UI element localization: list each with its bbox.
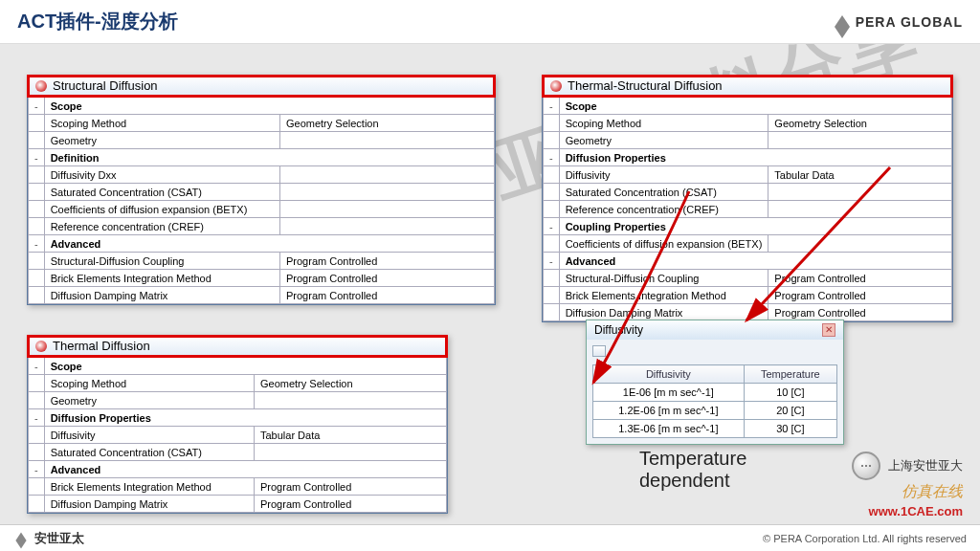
property-row[interactable]: Coefficients of diffusion expansion (BET… — [29, 201, 495, 218]
property-name[interactable]: Diffusion Damping Matrix — [559, 304, 768, 321]
property-name[interactable]: Reference concentration (CREF) — [559, 201, 768, 218]
property-row[interactable]: Structural-Diffusion CouplingProgram Con… — [29, 253, 495, 270]
property-name[interactable]: Geometry — [44, 392, 254, 409]
property-name[interactable]: Scoping Method — [44, 375, 254, 392]
property-value[interactable]: Program Controlled — [768, 287, 952, 304]
property-value[interactable]: Program Controlled — [279, 287, 494, 304]
property-row[interactable]: -Advanced — [29, 461, 447, 478]
property-name[interactable]: Structural-Diffusion Coupling — [559, 270, 768, 287]
property-grid[interactable]: -ScopeScoping MethodGeometry SelectionGe… — [543, 97, 952, 321]
property-name[interactable]: Scope — [559, 98, 951, 115]
close-icon[interactable]: ✕ — [822, 323, 835, 337]
property-name[interactable]: Coupling Properties — [559, 218, 951, 235]
property-value[interactable]: Program Controlled — [279, 270, 494, 287]
property-row[interactable]: Brick Elements Integration MethodProgram… — [544, 287, 952, 304]
property-value[interactable] — [279, 166, 494, 184]
property-value[interactable] — [768, 132, 952, 149]
property-name[interactable]: Brick Elements Integration Method — [559, 287, 768, 304]
property-row[interactable]: Saturated Concentration (CSAT) — [544, 184, 952, 201]
property-row[interactable]: Scoping MethodGeometry Selection — [29, 115, 495, 132]
toolbar-icon[interactable] — [592, 345, 606, 357]
property-name[interactable]: Diffusion Properties — [44, 409, 446, 427]
property-value[interactable] — [279, 132, 494, 149]
property-row[interactable]: Geometry — [29, 392, 447, 409]
property-name[interactable]: Brick Elements Integration Method — [44, 478, 254, 496]
property-value[interactable] — [254, 444, 446, 461]
property-row[interactable]: Structural-Diffusion CouplingProgram Con… — [544, 270, 952, 287]
property-row[interactable]: Geometry — [29, 132, 495, 149]
property-value[interactable] — [279, 218, 494, 235]
property-name[interactable]: Scope — [44, 358, 446, 375]
property-row[interactable]: Scoping MethodGeometry Selection — [544, 115, 952, 132]
property-value[interactable] — [768, 184, 952, 201]
property-value[interactable] — [768, 235, 952, 253]
property-grid[interactable]: -ScopeScoping MethodGeometry SelectionGe… — [28, 97, 495, 304]
panel-title[interactable]: Thermal-Structural Diffusion — [543, 76, 952, 97]
property-value[interactable]: Program Controlled — [254, 496, 446, 513]
property-row[interactable]: Diffusion Damping MatrixProgram Controll… — [29, 287, 495, 304]
property-value[interactable] — [279, 201, 494, 218]
property-name[interactable]: Coefficients of diffusion expansion (BET… — [44, 201, 279, 218]
property-name[interactable]: Diffusivity Dxx — [44, 166, 279, 184]
property-name[interactable]: Saturated Concentration (CSAT) — [44, 444, 254, 461]
col-temperature[interactable]: Temperature — [744, 365, 836, 384]
tree-toggle[interactable]: - — [544, 98, 560, 115]
property-name[interactable]: Scoping Method — [559, 115, 768, 132]
property-value[interactable] — [768, 201, 952, 218]
property-value[interactable]: Program Controlled — [768, 270, 952, 287]
property-name[interactable]: Advanced — [559, 253, 951, 270]
panel-title[interactable]: Structural Diffusion — [28, 76, 495, 97]
property-value[interactable]: Geometry Selection — [279, 115, 494, 132]
property-value[interactable]: Program Controlled — [254, 478, 446, 496]
property-value[interactable]: Program Controlled — [768, 304, 952, 321]
property-row[interactable]: Coefficients of diffusion expansion (BET… — [544, 235, 952, 253]
table-cell[interactable]: 1.3E-06 [m m sec^-1] — [593, 420, 745, 438]
property-value[interactable]: Tabular Data — [768, 166, 952, 184]
property-row[interactable]: -Definition — [29, 149, 495, 166]
table-row[interactable]: 1E-06 [m m sec^-1]10 [C] — [593, 384, 837, 402]
property-row[interactable]: DiffusivityTabular Data — [544, 166, 952, 184]
property-name[interactable]: Scoping Method — [44, 115, 279, 132]
popup-titlebar[interactable]: Diffusivity ✕ — [587, 320, 843, 340]
property-name[interactable]: Advanced — [44, 235, 494, 253]
property-name[interactable]: Structural-Diffusion Coupling — [44, 253, 279, 270]
property-name[interactable]: Coefficients of diffusion expansion (BET… — [559, 235, 768, 253]
table-cell[interactable]: 10 [C] — [744, 384, 836, 402]
property-name[interactable]: Definition — [44, 149, 494, 166]
property-row[interactable]: -Advanced — [29, 235, 495, 253]
property-row[interactable]: Brick Elements Integration MethodProgram… — [29, 478, 447, 496]
property-name[interactable]: Diffusion Damping Matrix — [44, 496, 254, 513]
property-name[interactable]: Diffusion Damping Matrix — [44, 287, 279, 304]
property-name[interactable]: Reference concentration (CREF) — [44, 218, 279, 235]
property-value[interactable]: Program Controlled — [279, 253, 494, 270]
property-row[interactable]: DiffusivityTabular Data — [29, 427, 447, 444]
property-row[interactable]: Diffusion Damping MatrixProgram Controll… — [29, 496, 447, 513]
property-name[interactable]: Diffusivity — [44, 427, 254, 444]
tree-toggle[interactable]: - — [29, 409, 45, 427]
property-name[interactable]: Saturated Concentration (CSAT) — [559, 184, 768, 201]
tree-toggle[interactable]: - — [29, 149, 45, 166]
property-row[interactable]: Diffusivity Dxx — [29, 166, 495, 184]
property-name[interactable]: Scope — [44, 98, 494, 115]
tree-toggle[interactable]: - — [544, 253, 560, 270]
diffusivity-table[interactable]: Diffusivity Temperature 1E-06 [m m sec^-… — [592, 364, 837, 438]
property-row[interactable]: Brick Elements Integration MethodProgram… — [29, 270, 495, 287]
property-row[interactable]: Scoping MethodGeometry Selection — [29, 375, 447, 392]
property-value[interactable]: Geometry Selection — [254, 375, 446, 392]
property-row[interactable]: -Diffusion Properties — [29, 409, 447, 427]
tree-toggle[interactable]: - — [29, 461, 45, 478]
property-row[interactable]: -Coupling Properties — [544, 218, 952, 235]
col-diffusivity[interactable]: Diffusivity — [593, 365, 745, 384]
tree-toggle[interactable]: - — [544, 149, 560, 166]
table-cell[interactable]: 20 [C] — [744, 402, 836, 420]
property-row[interactable]: -Advanced — [544, 253, 952, 270]
property-row[interactable]: Geometry — [544, 132, 952, 149]
property-grid[interactable]: -ScopeScoping MethodGeometry SelectionGe… — [28, 357, 447, 513]
property-value[interactable]: Tabular Data — [254, 427, 446, 444]
property-row[interactable]: -Scope — [29, 98, 495, 115]
table-cell[interactable]: 1E-06 [m m sec^-1] — [593, 384, 745, 402]
table-row[interactable]: 1.3E-06 [m m sec^-1]30 [C] — [593, 420, 837, 438]
property-name[interactable]: Diffusion Properties — [559, 149, 951, 166]
popup-diffusivity[interactable]: Diffusivity ✕ Diffusivity Temperature 1E… — [586, 320, 844, 445]
property-row[interactable]: -Diffusion Properties — [544, 149, 952, 166]
